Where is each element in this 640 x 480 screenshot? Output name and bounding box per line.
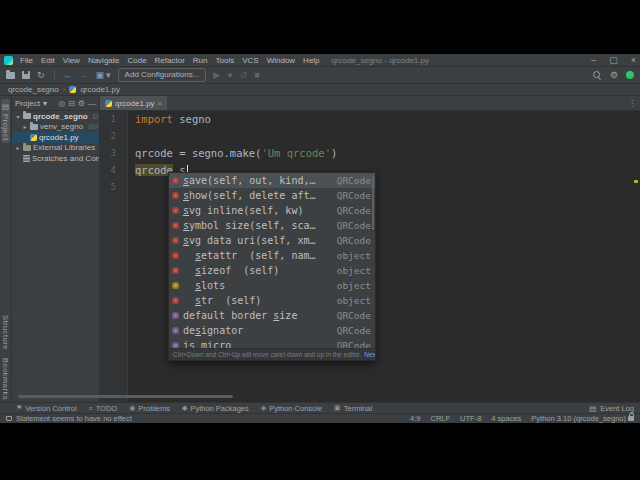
forward-icon[interactable]: →	[80, 71, 89, 80]
chevron-down-icon[interactable]: ▾	[43, 99, 47, 108]
tool-stripe-tab[interactable]: Bookmarks	[1, 358, 10, 400]
completion-kind-icon	[172, 312, 179, 319]
run-icon[interactable]: ▶	[213, 71, 220, 80]
menu-item[interactable]: View	[63, 56, 80, 65]
completion-item-type: QRCode	[337, 205, 371, 216]
editor-tab-qrcode1[interactable]: qrcode1.py ×	[100, 96, 167, 110]
tree-row[interactable]: ▸ External Libraries	[12, 143, 99, 154]
tool-window-button[interactable]: ◆ Python Packages	[182, 404, 249, 413]
tool-window-button[interactable]: ◈ Python Console	[261, 404, 322, 413]
tree-chevron-icon[interactable]: ▸	[15, 144, 21, 151]
status-widget[interactable]: 4 spaces	[491, 414, 521, 423]
menu-item[interactable]: Navigate	[88, 56, 120, 65]
breadcrumb-file[interactable]: qrcode1.py	[80, 85, 120, 94]
menu-item[interactable]: Refactor	[155, 56, 185, 65]
debug-icon[interactable]: ●	[227, 71, 232, 80]
completion-kind-icon	[172, 177, 179, 184]
completion-item[interactable]: symbol_size(self, sca… QRCode	[169, 218, 375, 233]
breadcrumb-project[interactable]: qrcode_segno	[8, 85, 59, 94]
completion-item[interactable]: __slots__ object	[169, 278, 375, 293]
close-tab-icon[interactable]: ×	[158, 99, 163, 108]
completion-hint-text: Ctrl+Down and Ctrl+Up will move caret do…	[173, 351, 361, 358]
tree-row[interactable]: Scratches and Consoles	[12, 153, 99, 164]
toolbar-divider	[54, 70, 55, 80]
menu-item[interactable]: File	[20, 56, 33, 65]
rerun-icon[interactable]: ↺	[240, 71, 248, 80]
menu-item[interactable]: Edit	[41, 56, 55, 65]
hide-panel-icon[interactable]: —	[88, 99, 96, 108]
collapse-all-icon[interactable]: ⊟	[68, 99, 75, 108]
menu-bar: FileEditViewNavigateCodeRefactorRunTools…	[20, 56, 320, 65]
add-configurations-button[interactable]: Add Configurations...	[118, 68, 207, 82]
completion-item[interactable]: show(self, delete_aft… QRCode	[169, 188, 375, 203]
breadcrumb: qrcode_segno › qrcode1.py	[0, 84, 640, 96]
status-widget[interactable]: 4:9	[410, 414, 420, 423]
tree-item-label: Scratches and Consoles	[32, 154, 100, 163]
settings-icon[interactable]: ⚙	[78, 99, 85, 108]
search-icon[interactable]	[593, 71, 602, 80]
status-bar: Statement seems to have no effect 4:9CRL…	[0, 413, 640, 423]
locate-icon[interactable]: ◎	[58, 99, 65, 108]
tree-chevron-icon[interactable]: ▸	[22, 123, 28, 130]
editor-gutter: 12345	[100, 111, 128, 402]
completion-item-name: save(self, out, kind,…	[183, 175, 333, 186]
window-title: qrcode_segno - qrcode1.py	[332, 56, 429, 65]
completion-item-name: __slots__	[183, 280, 333, 291]
editor-tab-bar: qrcode1.py × ⋮	[100, 97, 640, 111]
completion-item[interactable]: svg_data_uri(self, xm… QRCode	[169, 233, 375, 248]
tool-stripe-project-tab[interactable]: ▤ Project	[1, 99, 10, 143]
completion-item[interactable]: designator QRCode	[169, 323, 375, 338]
menu-item[interactable]: Window	[267, 56, 295, 65]
horizontal-scrollbar[interactable]	[18, 395, 233, 398]
window-controls: – ▢ ×	[591, 55, 636, 65]
menu-item[interactable]: Code	[127, 56, 146, 65]
status-widget[interactable]: CRLF	[430, 414, 450, 423]
minimize-button[interactable]: –	[591, 55, 596, 65]
tool-window-button[interactable]: ▣ Terminal	[334, 404, 372, 413]
next-tip-link[interactable]: Next Tip	[364, 351, 375, 358]
completion-item[interactable]: default_border_size QRCode	[169, 308, 375, 323]
tool-window-bar: ⚑ Version Control ≡ TODO ◉ Problems ◆ Py…	[0, 402, 640, 413]
tree-row[interactable]: ▾ qrcode_segno D:\youtube\qrcod	[12, 111, 99, 122]
tool-window-button[interactable]: ⚑ Version Control	[16, 404, 77, 413]
completion-item-name: designator	[183, 325, 333, 336]
completion-item[interactable]: __sizeof__(self) object	[169, 263, 375, 278]
status-widget[interactable]: UTF-8	[460, 414, 481, 423]
gear-icon[interactable]: ⚙	[610, 71, 618, 80]
tool-stripe-tab[interactable]: Structure	[1, 315, 10, 350]
completion-item[interactable]: is_micro QRCode	[169, 338, 375, 348]
completion-item[interactable]: svg_inline(self, kw) QRCode	[169, 203, 375, 218]
menu-item[interactable]: Run	[193, 56, 208, 65]
stop-icon[interactable]: ■	[254, 71, 259, 80]
back-icon[interactable]: ←	[64, 71, 73, 80]
completion-item[interactable]: __setattr__(self, nam… object	[169, 248, 375, 263]
close-button[interactable]: ×	[631, 55, 636, 65]
menu-item[interactable]: VCS	[242, 56, 258, 65]
tree-item-icon	[23, 145, 31, 151]
status-message-area[interactable]: Statement seems to have no effect	[6, 414, 132, 423]
completion-item-name: is_micro	[183, 340, 333, 348]
run-config-selector[interactable]: ▣ ▾	[96, 71, 111, 80]
tree-chevron-icon[interactable]: ▾	[15, 113, 21, 120]
code-with-me-icon[interactable]	[626, 71, 634, 79]
open-icon[interactable]	[6, 72, 15, 79]
sync-icon[interactable]: ↻	[37, 71, 45, 80]
lock-icon[interactable]	[628, 416, 634, 421]
tree-item-hint: library root	[88, 122, 100, 131]
tree-row[interactable]: ▸ venv_segno library root	[12, 122, 99, 133]
python-file-icon	[69, 86, 76, 93]
maximize-button[interactable]: ▢	[609, 55, 618, 65]
tool-window-button[interactable]: ◉ Problems	[129, 404, 170, 413]
status-widget[interactable]: Python 3.10 (qrcode_segno)	[531, 414, 626, 423]
popup-scrollbar[interactable]	[372, 175, 374, 230]
tree-row[interactable]: qrcode1.py	[12, 132, 99, 143]
event-log-button[interactable]: ▤ Event Log	[589, 404, 634, 413]
tool-window-button[interactable]: ≡ TODO	[89, 404, 118, 413]
menu-item[interactable]: Tools	[216, 56, 235, 65]
completion-item[interactable]: __str__(self) object	[169, 293, 375, 308]
save-all-icon[interactable]	[22, 71, 30, 79]
completion-item[interactable]: save(self, out, kind,… QRCode	[169, 173, 375, 188]
menu-item[interactable]: Help	[303, 56, 319, 65]
tab-overflow-icon[interactable]: ⋮	[628, 99, 636, 108]
warning-stripe-mark[interactable]	[634, 180, 638, 183]
